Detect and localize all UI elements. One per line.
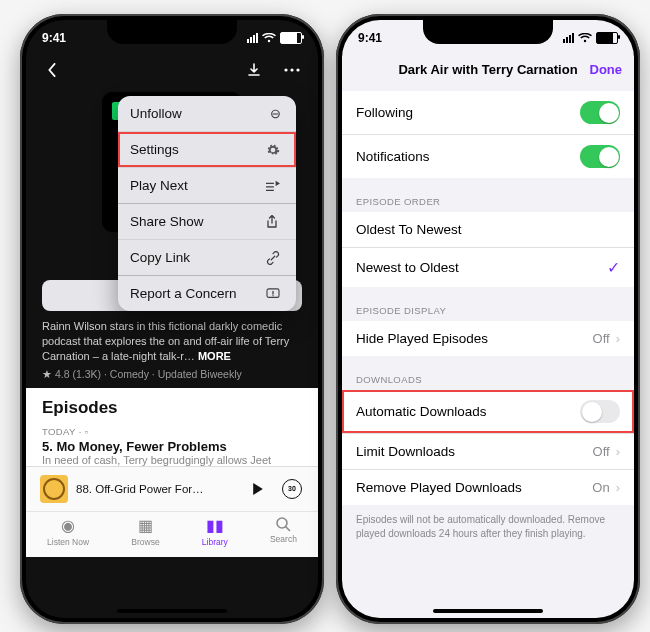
unfollow-icon: ⊖: [266, 106, 284, 121]
search-icon: [275, 516, 291, 532]
battery-icon: [596, 32, 618, 44]
library-icon: ▮▮: [206, 516, 224, 535]
chevron-right-icon: ›: [616, 444, 620, 459]
home-indicator[interactable]: [433, 609, 543, 613]
menu-settings[interactable]: Settings: [118, 132, 296, 168]
tab-browse[interactable]: ▦Browse: [131, 516, 159, 547]
menu-report[interactable]: Report a Concern: [118, 276, 296, 311]
row-oldest-to-newest[interactable]: Oldest To Newest: [342, 212, 634, 248]
downloads-footnote: Episodes will not be automatically downl…: [342, 505, 634, 548]
download-icon[interactable]: [242, 58, 266, 82]
status-icons: [247, 32, 302, 44]
header-downloads: DOWNLOADS: [342, 360, 634, 390]
now-playing-artwork: [40, 475, 68, 503]
episode-title[interactable]: 5. Mo Money, Fewer Problems: [42, 439, 302, 454]
tab-bar: ◉Listen Now ▦Browse ▮▮Library Search: [26, 511, 318, 557]
header-episode-display: EPISODE DISPLAY: [342, 291, 634, 321]
now-playing-title: 88. Off-Grid Power For…: [76, 483, 244, 495]
status-time: 9:41: [42, 31, 66, 45]
show-meta: ★ 4.8 (1.3K) · Comedy · Updated Biweekly: [26, 364, 318, 388]
now-playing-bar[interactable]: 88. Off-Grid Power For… 30: [26, 466, 318, 511]
share-icon: [266, 215, 284, 229]
svg-point-2: [296, 68, 299, 71]
checkmark-icon: ✓: [607, 258, 620, 277]
play-circle-icon: ◉: [61, 516, 75, 535]
row-notifications[interactable]: Notifications: [342, 135, 634, 178]
chevron-right-icon: ›: [616, 480, 620, 495]
menu-share-show[interactable]: Share Show: [118, 204, 296, 240]
back-icon[interactable]: [40, 58, 64, 82]
notifications-toggle[interactable]: [580, 145, 620, 168]
wifi-icon: [578, 33, 592, 43]
status-icons: [563, 32, 618, 44]
row-newest-to-oldest[interactable]: Newest to Oldest ✓: [342, 248, 634, 287]
tab-listen-now[interactable]: ◉Listen Now: [47, 516, 89, 547]
done-button[interactable]: Done: [590, 62, 623, 77]
svg-point-1: [290, 68, 293, 71]
context-menu: Unfollow ⊖ Settings Play Next Share Show: [118, 96, 296, 311]
report-icon: [266, 288, 284, 300]
row-hide-played[interactable]: Hide Played Episodes Off›: [342, 321, 634, 356]
row-remove-played-downloads[interactable]: Remove Played Downloads On›: [342, 470, 634, 505]
tab-library[interactable]: ▮▮Library: [202, 516, 228, 547]
grid-icon: ▦: [138, 516, 153, 535]
link-icon: [266, 251, 284, 265]
status-time: 9:41: [358, 31, 382, 45]
episodes-header: Episodes: [42, 398, 302, 418]
episode-date: TODAY · ▫: [42, 426, 302, 437]
menu-play-next[interactable]: Play Next: [118, 168, 296, 204]
play-control-icon[interactable]: [252, 483, 274, 495]
more-link[interactable]: MORE: [198, 350, 231, 362]
svg-point-0: [284, 68, 287, 71]
header-episode-order: EPISODE ORDER: [342, 182, 634, 212]
row-following[interactable]: Following: [342, 91, 634, 135]
chevron-right-icon: ›: [616, 331, 620, 346]
skip-forward-icon[interactable]: 30: [282, 479, 304, 499]
row-limit-downloads[interactable]: Limit Downloads Off›: [342, 434, 634, 470]
automatic-downloads-toggle[interactable]: [580, 400, 620, 423]
play-next-icon: [266, 180, 284, 192]
tab-search[interactable]: Search: [270, 516, 297, 547]
menu-unfollow[interactable]: Unfollow ⊖: [118, 96, 296, 132]
following-toggle[interactable]: [580, 101, 620, 124]
wifi-icon: [262, 33, 276, 43]
more-icon[interactable]: [280, 58, 304, 82]
episode-subtitle: In need of cash, Terry begrudgingly allo…: [42, 454, 302, 466]
menu-copy-link[interactable]: Copy Link: [118, 240, 296, 276]
gear-icon: [266, 143, 284, 157]
home-indicator[interactable]: [117, 609, 227, 613]
row-automatic-downloads[interactable]: Automatic Downloads: [342, 390, 634, 434]
show-description: Rainn Wilson stars in this fictional dar…: [26, 319, 318, 364]
settings-title: Dark Air with Terry Carnation: [398, 62, 577, 77]
battery-icon: [280, 32, 302, 44]
